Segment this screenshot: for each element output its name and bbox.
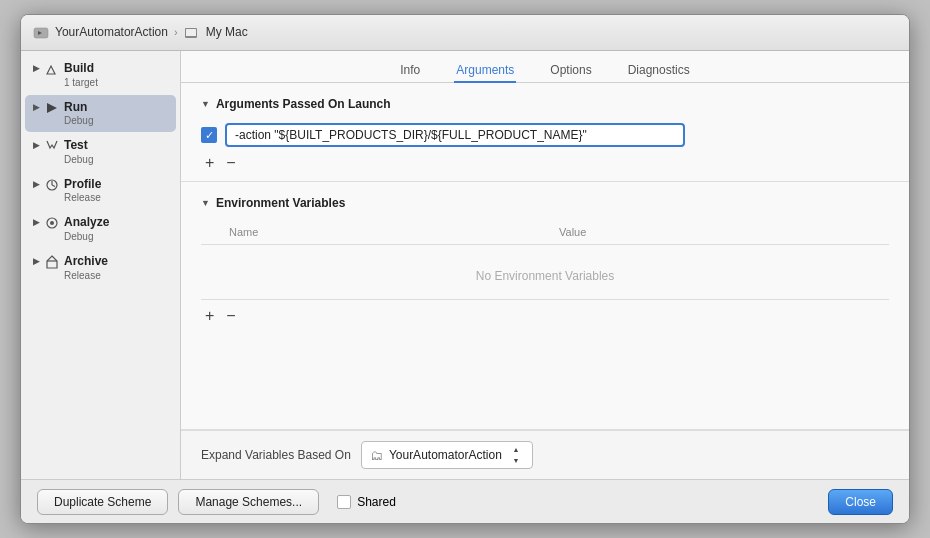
expand-selected-value: YourAutomatorAction	[389, 448, 502, 462]
build-text: Build 1 target	[64, 61, 98, 89]
sidebar-item-build[interactable]: ▶ Build 1 target	[25, 56, 176, 94]
test-text: Test Debug	[64, 138, 93, 166]
manage-schemes-button[interactable]: Manage Schemes...	[178, 489, 319, 515]
breadcrumb-separator: ›	[174, 26, 178, 38]
content-area: Info Arguments Options Diagnostics ▼ Arg…	[181, 51, 909, 479]
breadcrumb-project: YourAutomatorAction	[55, 25, 168, 39]
analyze-icon	[44, 215, 60, 231]
folder-icon: 🗂	[370, 448, 383, 463]
breadcrumb-icon	[184, 25, 200, 40]
env-col-name-header: Name	[229, 226, 559, 238]
expand-select[interactable]: 🗂 YourAutomatorAction ▲ ▼	[361, 441, 533, 469]
env-empty-message: No Environment Variables	[201, 249, 889, 300]
arguments-title: ▼ Arguments Passed On Launch	[201, 97, 889, 111]
main-layout: ▶ Build 1 target ▶ Run Debug	[21, 51, 909, 479]
checkmark-icon: ✓	[205, 130, 214, 141]
remove-argument-button[interactable]: −	[224, 155, 237, 171]
svg-marker-5	[47, 103, 57, 113]
argument-field[interactable]	[225, 123, 685, 147]
collapse-triangle[interactable]: ▼	[201, 99, 210, 109]
stepper-down-arrow[interactable]: ▼	[508, 455, 524, 466]
breadcrumb: YourAutomatorAction › My Mac	[55, 25, 248, 40]
tab-options[interactable]: Options	[548, 59, 593, 83]
svg-rect-3	[186, 29, 196, 36]
sidebar-item-archive[interactable]: ▶ Archive Release	[25, 249, 176, 287]
expand-label: Expand Variables Based On	[201, 448, 351, 462]
sidebar-item-run[interactable]: ▶ Run Debug	[25, 95, 176, 133]
test-icon	[44, 138, 60, 154]
archive-text: Archive Release	[64, 254, 108, 282]
env-button-row: + −	[201, 308, 889, 324]
arrow-icon: ▶	[33, 102, 40, 112]
args-button-row: + −	[201, 155, 889, 171]
env-vars-section: ▼ Environment Variables Name Value No En…	[181, 182, 909, 430]
arrow-icon: ▶	[33, 256, 40, 266]
svg-rect-4	[188, 36, 194, 37]
arguments-section: ▼ Arguments Passed On Launch ✓ + −	[181, 83, 909, 182]
run-text: Run Debug	[64, 100, 93, 128]
tabs-bar: Info Arguments Options Diagnostics	[181, 51, 909, 83]
arrow-icon: ▶	[33, 179, 40, 189]
run-icon	[44, 100, 60, 116]
breadcrumb-device: My Mac	[206, 25, 248, 39]
sidebar-item-test[interactable]: ▶ Test Debug	[25, 133, 176, 171]
titlebar: YourAutomatorAction › My Mac	[21, 15, 909, 51]
app-icon	[33, 25, 49, 41]
env-table-header: Name Value	[201, 222, 889, 245]
main-window: YourAutomatorAction › My Mac ▶	[20, 14, 910, 524]
env-collapse-triangle[interactable]: ▼	[201, 198, 210, 208]
archive-icon	[44, 254, 60, 270]
arrow-icon: ▶	[33, 63, 40, 73]
expand-variables-bar: Expand Variables Based On 🗂 YourAutomato…	[181, 430, 909, 479]
shared-checkbox[interactable]	[337, 495, 351, 509]
sidebar-item-profile[interactable]: ▶ Profile Release	[25, 172, 176, 210]
env-vars-title: ▼ Environment Variables	[201, 196, 889, 210]
add-argument-button[interactable]: +	[203, 155, 216, 171]
svg-point-8	[50, 221, 54, 225]
build-icon	[44, 61, 60, 77]
close-button[interactable]: Close	[828, 489, 893, 515]
tab-info[interactable]: Info	[398, 59, 422, 83]
tab-diagnostics[interactable]: Diagnostics	[626, 59, 692, 83]
arguments-panel: ▼ Arguments Passed On Launch ✓ + −	[181, 83, 909, 479]
stepper-arrows[interactable]: ▲ ▼	[508, 444, 524, 466]
add-env-button[interactable]: +	[203, 308, 216, 324]
sidebar: ▶ Build 1 target ▶ Run Debug	[21, 51, 181, 479]
env-col-value-header: Value	[559, 226, 889, 238]
profile-icon	[44, 177, 60, 193]
shared-row: Shared	[337, 495, 396, 509]
arrow-icon: ▶	[33, 217, 40, 227]
profile-text: Profile Release	[64, 177, 101, 205]
duplicate-scheme-button[interactable]: Duplicate Scheme	[37, 489, 168, 515]
arg-checkbox[interactable]: ✓	[201, 127, 217, 143]
bottom-bar: Duplicate Scheme Manage Schemes... Share…	[21, 479, 909, 523]
analyze-text: Analyze Debug	[64, 215, 109, 243]
argument-row: ✓	[201, 123, 889, 147]
remove-env-button[interactable]: −	[224, 308, 237, 324]
arrow-icon: ▶	[33, 140, 40, 150]
shared-label: Shared	[357, 495, 396, 509]
tab-arguments[interactable]: Arguments	[454, 59, 516, 83]
stepper-up-arrow[interactable]: ▲	[508, 444, 524, 455]
sidebar-item-analyze[interactable]: ▶ Analyze Debug	[25, 210, 176, 248]
